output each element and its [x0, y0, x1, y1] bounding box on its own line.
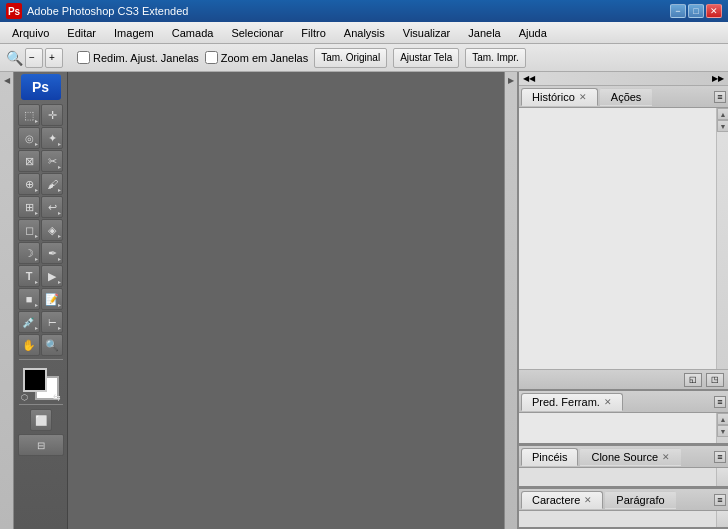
close-historico-icon[interactable]: ✕: [579, 92, 587, 102]
ajustar-tela-button[interactable]: Ajustar Tela: [393, 48, 459, 68]
tool-row-2: ◎ ▸ ✦ ▸: [18, 127, 63, 149]
right-arrow-icon: ▶: [508, 76, 514, 85]
measure-tool[interactable]: ⊢ ▸: [41, 311, 63, 333]
pinceis-options-button[interactable]: ≡: [714, 451, 726, 463]
sub-arrow: ▸: [58, 232, 61, 239]
tab-caractere[interactable]: Caractere ✕: [521, 491, 603, 509]
panel-footer-btn1[interactable]: ◱: [684, 373, 702, 387]
canvas-area: [68, 72, 504, 529]
pinceis-scrollbar[interactable]: [716, 468, 728, 486]
close-pred-icon[interactable]: ✕: [604, 397, 612, 407]
history-brush-tool[interactable]: ↩ ▸: [41, 196, 63, 218]
menu-analysis[interactable]: Analysis: [336, 25, 393, 41]
zoom-janelas-checkbox[interactable]: Zoom em Janelas: [205, 51, 308, 64]
type-tool[interactable]: T ▸: [18, 265, 40, 287]
menu-imagem[interactable]: Imagem: [106, 25, 162, 41]
marquee-tool[interactable]: ⬚ ▸: [18, 104, 40, 126]
clone-stamp-tool[interactable]: ⊞ ▸: [18, 196, 40, 218]
screen-mode[interactable]: ⊟: [18, 434, 64, 456]
scroll-down-icon[interactable]: ▼: [717, 120, 728, 132]
eyedropper-tool[interactable]: 💉 ▸: [18, 311, 40, 333]
panel-footer-btn2[interactable]: ◳: [706, 373, 724, 387]
tab-clone-source[interactable]: Clone Source ✕: [580, 448, 681, 466]
menu-ajuda[interactable]: Ajuda: [511, 25, 555, 41]
menu-arquivo[interactable]: Arquivo: [4, 25, 57, 41]
sub-arrow: ▸: [58, 278, 61, 285]
ps-logo: Ps: [21, 74, 61, 100]
close-button[interactable]: ✕: [706, 4, 722, 18]
caractere-scrollbar[interactable]: [716, 511, 728, 527]
move-tool[interactable]: ✛: [41, 104, 63, 126]
toolbox: Ps ⬚ ▸ ✛ ◎ ▸ ✦ ▸ ⊠: [14, 72, 68, 529]
right-panels-top-handle: ◀◀ ▶▶: [519, 72, 728, 86]
close-caractere-icon[interactable]: ✕: [584, 495, 592, 505]
paint-bucket-tool[interactable]: ◈ ▸: [41, 219, 63, 241]
historico-panel-content: [519, 108, 716, 369]
tab-historico[interactable]: Histórico ✕: [521, 88, 598, 106]
sub-arrow: ▸: [35, 278, 38, 285]
menu-selecionar[interactable]: Selecionar: [223, 25, 291, 41]
sub-arrow: ▸: [35, 255, 38, 262]
scroll-down-icon[interactable]: ▼: [717, 425, 728, 437]
panel-options-button[interactable]: ≡: [714, 91, 726, 103]
tam-original-button[interactable]: Tam. Original: [314, 48, 387, 68]
lasso-tool[interactable]: ◎ ▸: [18, 127, 40, 149]
sub-arrow: ▸: [58, 140, 61, 147]
tab-paragrafo[interactable]: Parágrafo: [605, 491, 675, 509]
main-area: ◀ Ps ⬚ ▸ ✛ ◎ ▸ ✦ ▸: [0, 72, 728, 529]
collapse-icon[interactable]: ◀◀: [523, 74, 535, 83]
redim-ajust-input[interactable]: [77, 51, 90, 64]
path-selection-tool[interactable]: ▶ ▸: [41, 265, 63, 287]
zoom-out-button[interactable]: −: [25, 48, 43, 68]
eraser-tool[interactable]: ◻ ▸: [18, 219, 40, 241]
notes-tool[interactable]: 📝 ▸: [41, 288, 63, 310]
healing-brush-tool[interactable]: ⊕ ▸: [18, 173, 40, 195]
caractere-options-button[interactable]: ≡: [714, 494, 726, 506]
slice-tool[interactable]: ✂ ▸: [41, 150, 63, 172]
sub-arrow: ▸: [58, 186, 61, 193]
redim-ajust-checkbox[interactable]: Redim. Ajust. Janelas: [77, 51, 199, 64]
scroll-up-icon[interactable]: ▲: [717, 108, 728, 120]
historico-scrollbar[interactable]: ▲ ▼: [716, 108, 728, 369]
pen-tool[interactable]: ✒ ▸: [41, 242, 63, 264]
zoom-janelas-input[interactable]: [205, 51, 218, 64]
foreground-color[interactable]: [23, 368, 47, 392]
dodge-tool[interactable]: ☽ ▸: [18, 242, 40, 264]
zoom-icon[interactable]: 🔍: [6, 50, 23, 66]
tool-row-mask: ⬜: [30, 409, 52, 431]
zoom-control: 🔍 − +: [6, 48, 63, 68]
reset-colors-icon[interactable]: ⬡: [21, 393, 28, 402]
maximize-button[interactable]: □: [688, 4, 704, 18]
sub-arrow: ▸: [58, 163, 61, 170]
right-panel-handle[interactable]: ▶: [504, 72, 518, 529]
tool-row-10: 💉 ▸ ⊢ ▸: [18, 311, 63, 333]
tab-pred-ferram[interactable]: Pred. Ferram. ✕: [521, 393, 623, 411]
tab-acoes[interactable]: Ações: [600, 88, 653, 106]
tool-divider: [19, 359, 63, 360]
pred-scrollbar[interactable]: ▲ ▼: [716, 413, 728, 443]
hand-tool[interactable]: ✋: [18, 334, 40, 356]
scroll-up-icon[interactable]: ▲: [717, 413, 728, 425]
magic-wand-tool[interactable]: ✦ ▸: [41, 127, 63, 149]
menu-camada[interactable]: Camada: [164, 25, 222, 41]
menu-editar[interactable]: Editar: [59, 25, 104, 41]
standard-mode[interactable]: ⬜: [30, 409, 52, 431]
zoom-in-button[interactable]: +: [45, 48, 63, 68]
menu-filtro[interactable]: Filtro: [293, 25, 333, 41]
close-clone-icon[interactable]: ✕: [662, 452, 670, 462]
crop-tool[interactable]: ⊠: [18, 150, 40, 172]
brush-tool[interactable]: 🖌 ▸: [41, 173, 63, 195]
swap-colors-icon[interactable]: ⇆: [53, 392, 61, 402]
menu-visualizar[interactable]: Visualizar: [395, 25, 459, 41]
pred-options-button[interactable]: ≡: [714, 396, 726, 408]
tam-impr-button[interactable]: Tam. Impr.: [465, 48, 526, 68]
left-panel-handle[interactable]: ◀: [0, 72, 14, 529]
shape-tool[interactable]: ■ ▸: [18, 288, 40, 310]
tool-divider-2: [19, 404, 63, 405]
menu-janela[interactable]: Janela: [460, 25, 508, 41]
expand-icon[interactable]: ▶▶: [712, 74, 724, 83]
tab-pinceis[interactable]: Pincéis: [521, 448, 578, 466]
zoom-tool[interactable]: 🔍: [41, 334, 63, 356]
minimize-button[interactable]: −: [670, 4, 686, 18]
sub-arrow: ▸: [58, 301, 61, 308]
